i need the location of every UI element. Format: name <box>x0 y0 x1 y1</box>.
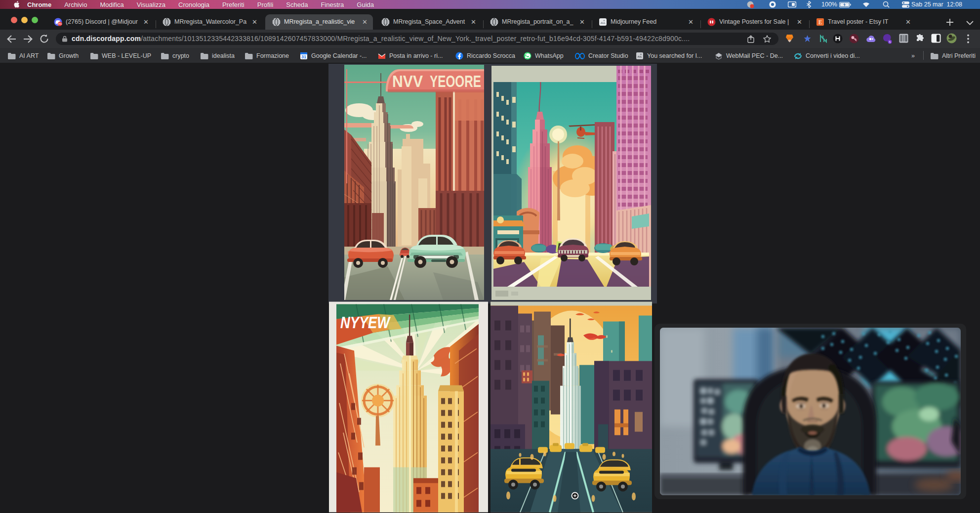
svg-text:31: 31 <box>301 54 306 59</box>
svg-text:NYYEW: NYYEW <box>340 313 391 332</box>
svg-text:YEOORE: YEOORE <box>430 72 481 90</box>
svg-text:2%+: 2%+ <box>57 23 62 25</box>
svg-text:NVV: NVV <box>392 72 423 90</box>
svg-text:E: E <box>818 19 822 26</box>
